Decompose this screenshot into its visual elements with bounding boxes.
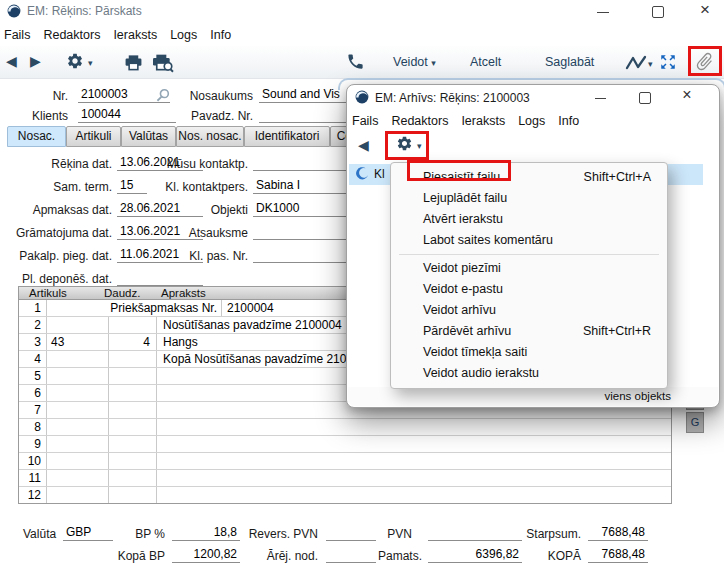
menu-item-label: Veidot arhīvu [423,303,496,317]
expand-icon[interactable] [659,53,677,74]
menu-separator [399,254,659,255]
row-num: 12 [19,488,41,502]
table-row[interactable]: 8 [19,419,671,436]
pamats-field[interactable]: 6396,82 [428,547,522,563]
menu-item-pardevet-arhivu[interactable]: Pārdēvēt arhīvu Shift+Ctrl+R [391,321,667,342]
table-row[interactable]: 10 [19,453,671,470]
nr-label: Nr. [20,89,68,103]
forward-icon[interactable]: ▶ [30,53,41,69]
workflow-caret-icon[interactable]: ▾ [648,59,653,69]
tab-artikuli[interactable]: Artikuli [66,126,121,147]
print-icon[interactable] [124,53,143,75]
tab-nos-nosac[interactable]: Nos. nosac. [176,126,244,147]
kopa-bp-label: Kopā BP [117,549,165,563]
gear-caret-icon[interactable]: ▾ [88,58,93,68]
row-apraksts: Kopā Nosūtīšanas pavadzīme 2100004 [163,352,373,366]
gramatojuma-dat-label: Grāmatojuma dat. [0,226,112,240]
table-row[interactable]: 12 [19,487,671,504]
table-row[interactable]: 11 [19,470,671,487]
dialog-menu-info[interactable]: Info [558,114,579,128]
dialog-menu-logs[interactable]: Logs [518,114,545,128]
menu-info[interactable]: Info [210,28,231,42]
menu-redaktors[interactable]: Redaktors [43,28,100,42]
arej-nod-label: Ārēj. nod. [226,549,318,563]
atcelt-button[interactable]: Atcelt [470,55,501,69]
objekti-label: Objekti [136,203,248,217]
maximize-button[interactable] [652,6,664,18]
row-num: 4 [19,352,41,366]
atsauksme-field[interactable] [253,224,351,240]
pavadz-field[interactable] [259,107,353,123]
saglabat-button[interactable]: Saglabāt [545,55,594,69]
row-num: 9 [19,437,41,451]
flip-tab-g[interactable]: G [686,412,704,433]
close-button[interactable]: × [697,2,713,18]
bp-label: BP % [117,527,165,541]
menu-item-shortcut: Shift+Ctrl+A [584,167,651,188]
col-daudz: Daudz. [104,287,140,299]
phone-icon[interactable] [346,52,365,74]
print-preview-icon[interactable] [152,53,174,76]
dialog-close-button[interactable]: × [679,87,695,103]
menu-item-veidot-piezimi[interactable]: Veidot piezīmi [391,258,667,279]
starpsum-label: Starpsum. [509,527,581,541]
workflow-icon[interactable] [625,54,647,73]
menu-item-label: Piesaistīt failu [423,170,500,184]
menu-item-lejupladet-failu[interactable]: Lejuplādēt failu [391,188,667,209]
menu-item-veidot-e-pastu[interactable]: Veidot e-pastu [391,279,667,300]
dialog-title: EM: Arhīvs: Rēķins: 2100003 [375,91,530,105]
gear-icon[interactable] [66,52,84,73]
menu-item-veidot-timekla-saiti[interactable]: Veidot tīmekļa saiti [391,342,667,363]
operations-menu: Piesaistīt failu Shift+Ctrl+A Lejuplādēt… [390,162,668,389]
starpsum-field[interactable]: 7688,48 [588,525,648,541]
kl-pas-nr-field[interactable] [253,247,351,263]
dialog-maximize-button[interactable] [639,92,651,104]
menu-item-shortcut: Shift+Ctrl+R [583,321,651,342]
paperclip-icon[interactable] [694,51,715,75]
menu-item-label: Pārdēvēt arhīvu [423,324,511,338]
veidot-button[interactable]: Veidot ▾ [393,55,436,69]
dialog-back-icon[interactable]: ◀ [358,137,369,153]
dialog-menu-fails[interactable]: Fails [352,114,378,128]
menu-item-label: Veidot tīmekļa saiti [423,345,527,359]
dialog-minimize-button[interactable] [595,98,606,99]
menu-item-piesaistit-failu[interactable]: Piesaistīt failu Shift+Ctrl+A [391,167,667,188]
menu-logs[interactable]: Logs [170,28,197,42]
menu-ieraksts[interactable]: Ieraksts [113,28,157,42]
klients-field[interactable]: 100044 [78,107,176,123]
menu-item-label: Veidot piezīmi [423,261,501,275]
row-special-label: Priekšapmaksas Nr. [47,301,217,315]
valuta-field[interactable]: GBP [63,525,113,541]
row-num: 6 [19,386,41,400]
menu-item-veidot-arhivu[interactable]: Veidot arhīvu [391,300,667,321]
row-num: 8 [19,420,41,434]
menu-fails[interactable]: Fails [4,28,30,42]
menu-item-label: Lejuplādēt failu [423,191,507,205]
objekti-field[interactable]: DK1000 [253,201,351,217]
menu-item-labot-saites-komentaru[interactable]: Labot saites komentāru [391,230,667,251]
table-row[interactable]: 9 [19,436,671,453]
pvn-field[interactable] [428,525,522,541]
dialog-gear-caret-icon[interactable]: ▾ [417,141,422,151]
tab-identifikatori[interactable]: Identifikatori [244,126,330,147]
dialog-menu-ieraksts[interactable]: Ieraksts [461,114,505,128]
musu-kontaktp-field[interactable] [253,155,351,171]
lookup-magnifier-icon[interactable] [155,88,170,107]
screen: EM: Rēķins: Pārskats × Fails Redaktors I… [0,0,724,568]
pl-depones-dat-field[interactable] [117,270,203,286]
tab-nosac[interactable]: Nosac. [7,126,66,147]
menu-item-atvert-ierakstu[interactable]: Atvērt ierakstu [391,209,667,230]
row-num: 3 [19,335,41,349]
dialog-menu-redaktors[interactable]: Redaktors [391,114,448,128]
dialog-gear-icon[interactable] [396,135,413,156]
row-apraksts: Nosūtīšanas pavadzīme 2100004 [163,318,342,332]
row-num: 5 [19,369,41,383]
atsauksme-label: Atsauksme [136,226,248,240]
minimize-button[interactable] [597,12,609,13]
pavadz-label: Pavadz. Nr. [185,109,253,123]
kl-kontaktpers-field[interactable]: Sabina I [253,178,351,194]
kopa-field[interactable]: 7688,48 [588,547,648,563]
menu-item-veidot-audio-ierakstu[interactable]: Veidot audio ierakstu [391,363,667,384]
tab-valutas[interactable]: Valūtas [121,126,176,147]
back-icon[interactable]: ◀ [6,53,17,69]
